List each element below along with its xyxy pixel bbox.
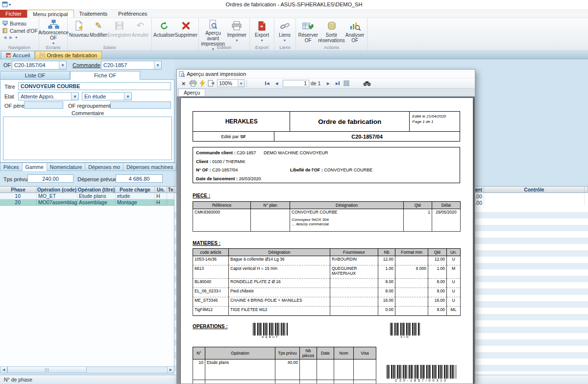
analyser-of-button[interactable]: Analyser OF [344, 20, 366, 44]
commentaire-textarea[interactable] [3, 117, 172, 160]
ribbon-group-liens: Liens ▾ Liens [274, 18, 296, 50]
next-page-button[interactable]: ▶ [323, 79, 333, 88]
imprimer-button[interactable]: Imprimer ▾ [225, 20, 248, 44]
sortir-reservations-button[interactable]: Sortir réservations [319, 20, 344, 44]
export-button[interactable]: Export ▾ [251, 20, 272, 44]
column-header-operation-titre[interactable]: Opération (titre) [77, 187, 116, 192]
etat2-combobox[interactable]: En étude ▾ [82, 92, 132, 100]
doc-title: Ordre de fabrication [290, 112, 409, 131]
notebook-icon [2, 28, 8, 33]
preview-titlebar[interactable]: Aperçu avant impression [177, 70, 475, 78]
of-pere-label: OF père [4, 103, 24, 109]
of-label: OF [3, 62, 11, 68]
group-label-ecrans: Ecrans [39, 45, 67, 50]
horizontal-scrollbar[interactable]: ◀ ▶ [0, 366, 174, 373]
tab-apercu[interactable]: Aperçu [178, 89, 205, 96]
modifier-button[interactable]: ✎ Modifier [89, 20, 108, 44]
section-matieres: MATIERES : [193, 240, 220, 246]
scroll-left-icon[interactable]: ◀ [0, 367, 7, 373]
menu-tab-menu-principal[interactable]: Menu principal [27, 10, 74, 18]
tab-gamme[interactable]: Gamme [23, 163, 47, 171]
column-header-phase[interactable]: Phase [0, 187, 37, 192]
tab-liste-of[interactable]: Liste OF [0, 71, 70, 80]
tab-accueil[interactable]: Accueil [1, 51, 35, 59]
liens-button[interactable]: Liens ▾ [276, 20, 294, 44]
tps-prevu-label: Tps prévu [3, 176, 27, 182]
chevron-down-icon[interactable]: ▾ [71, 93, 78, 100]
last-page-button[interactable]: ▶ [333, 79, 342, 88]
export-page-icon[interactable] [207, 79, 216, 88]
column-header-controle[interactable]: Contrôle [524, 187, 544, 192]
annuler-button[interactable]: ↶ Annuler [131, 20, 150, 44]
arborescence-of-button[interactable]: Arborescence OF ▾ [41, 20, 66, 44]
enregistrer-button[interactable]: Enregistrer [108, 20, 131, 44]
doc-of-number: C20-1857/04 [274, 132, 460, 141]
tab-depenses-machines[interactable]: Dépenses machines [123, 163, 176, 171]
column-header-te[interactable]: Te [167, 187, 174, 192]
tab-ordres-de-fabrication[interactable]: Ordres de fabrication [35, 51, 102, 59]
table-row [193, 380, 376, 384]
chevron-down-icon[interactable]: ▾ [124, 93, 131, 100]
column-header-un[interactable]: Un. [155, 187, 167, 192]
doc-page-info: Page 1 de 1 [412, 119, 460, 124]
first-page-button[interactable]: ◀ [263, 79, 272, 88]
of-combobox[interactable]: C20-1857/04 ▾ [12, 61, 67, 70]
preview-tab-strip: Aperçu [177, 89, 475, 96]
operations-table: N° Opération Tps prévu Nb pièces Date No… [193, 347, 376, 384]
depense-prevue-field[interactable]: 4 686.80 [116, 174, 163, 183]
column-header-operation-code[interactable]: Opération (code) [37, 187, 77, 192]
close-icon[interactable]: × [179, 79, 188, 88]
print-icon[interactable] [188, 79, 197, 88]
of-pere-field[interactable] [24, 101, 63, 109]
scrollbar-thumb[interactable] [7, 367, 87, 373]
chevron-down-icon[interactable]: ▾ [238, 80, 244, 87]
search-binoculars-icon[interactable] [362, 79, 371, 88]
table-row: EL_06_0233-I Pied châssis 8.00 8.00 U [193, 288, 461, 297]
apercu-avant-impression-button[interactable]: Aperçu avant impression ▾ [200, 20, 225, 44]
etat-combobox[interactable]: Attente Appro. ▾ [18, 92, 79, 100]
chevron-down-icon[interactable]: ▾ [15, 35, 17, 40]
pencil-icon: ✎ [95, 20, 102, 32]
table-row[interactable]: 20 MO07assemblage Assemblage Montage H [0, 199, 174, 206]
chevron-down-icon: ▾ [261, 38, 263, 43]
tps-prevu-field[interactable]: 240.00 [27, 174, 74, 183]
carnet-of-button[interactable]: Carnet d'OF [1, 27, 37, 34]
multi-page-view-icon[interactable] [342, 79, 351, 88]
actualiser-button[interactable]: Actualiser [153, 20, 175, 44]
scroll-right-icon[interactable]: ▶ [167, 367, 174, 373]
reserver-of-button[interactable]: Réserver OF [297, 20, 319, 44]
menu-tab-preferences[interactable]: Préférences [113, 10, 152, 18]
nav-back-icon[interactable]: ◀ [3, 35, 6, 40]
table-row: 1053-14x36 Bague à collerette Ø14 Lg 36 … [193, 256, 461, 265]
ribbon-group-misc: Actualiser Supprimer [152, 18, 199, 50]
of-regroupement-label: OF regroupement [68, 103, 111, 109]
previous-page-button[interactable]: ◀ [272, 79, 281, 88]
tab-fiche-of[interactable]: Fiche OF [70, 71, 140, 80]
chevron-down-icon[interactable]: ▾ [59, 61, 66, 69]
commande-link[interactable]: Commande [73, 62, 100, 68]
bureau-button[interactable]: Bureau [1, 20, 37, 27]
commande-combobox[interactable]: C20-1857 ▾ [101, 61, 162, 70]
menu-tab-traitements[interactable]: Traitements [74, 10, 113, 18]
tab-depenses-mo[interactable]: Dépenses mo [85, 163, 123, 171]
nouveau-button[interactable]: Nouveau [69, 20, 89, 44]
column-header-poste-charge[interactable]: Poste charge [116, 187, 155, 192]
window-titlebar: ▾ Ordres de fabrication - ASUS-SF\HERAKL… [0, 0, 588, 10]
preview-content[interactable]: HERAKLES Ordre de fabrication Edité le 2… [177, 96, 475, 384]
of-regroupement-field[interactable] [110, 101, 171, 109]
page-number-input[interactable] [283, 80, 309, 87]
save-icon [115, 20, 124, 32]
zoom-combobox[interactable]: 100% ▾ [217, 79, 245, 87]
chevron-down-icon[interactable]: ▾ [154, 61, 161, 69]
tab-nomenclature[interactable]: Nomenclature [47, 163, 85, 171]
table-row[interactable]: 10 MO_ET Etude plans etude H [0, 193, 174, 199]
titre-label: Titre [4, 84, 15, 90]
delete-x-icon [181, 20, 191, 32]
quick-print-icon[interactable] [197, 79, 207, 88]
nav-forward-icon[interactable]: ▶ [9, 35, 12, 40]
titre-field[interactable]: CONVOYEUR COURBE [18, 82, 171, 90]
supprimer-button[interactable]: Supprimer [175, 20, 197, 44]
window-title: Ordres de fabrication - ASUS-SF\HERAKLES… [0, 1, 588, 7]
menu-tab-fichier[interactable]: Fichier [0, 10, 27, 18]
tab-pieces[interactable]: Pièces [0, 163, 23, 171]
